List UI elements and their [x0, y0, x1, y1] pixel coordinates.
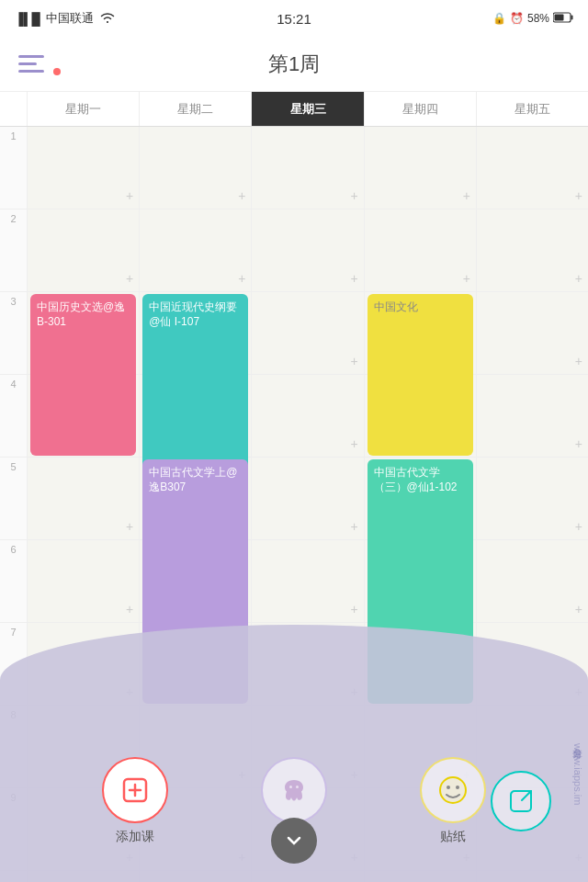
time-1: 1: [0, 127, 27, 209]
course-block-c4[interactable]: 中国文化: [368, 294, 473, 456]
battery-icon: [553, 12, 573, 26]
hour-cell-d0-s5[interactable]: [28, 540, 139, 623]
header: 第1周: [0, 37, 588, 92]
skin-icon: [261, 757, 327, 823]
day-tue[interactable]: 星期二: [140, 92, 252, 126]
svg-point-10: [456, 786, 459, 789]
course-block-c1[interactable]: 中国历史文选@逸B-301: [30, 294, 136, 456]
day-fri[interactable]: 星期五: [477, 92, 588, 126]
watermark: 分享自 www.iapps.im: [567, 737, 588, 808]
svg-point-7: [296, 786, 299, 788]
hour-cell-d2-s1[interactable]: [252, 209, 363, 292]
hour-cell-d0-s1[interactable]: [28, 209, 139, 292]
hour-cell-d0-s4[interactable]: [28, 458, 139, 540]
svg-point-8: [440, 777, 466, 803]
time-5: 5: [0, 458, 27, 540]
hour-cell-d2-s4[interactable]: [252, 458, 363, 540]
svg-rect-1: [571, 15, 573, 19]
day-header-row: 星期一 星期二 星期三 星期四 星期五: [0, 92, 588, 127]
day-thu[interactable]: 星期四: [365, 92, 477, 126]
hour-cell-d1-s0[interactable]: [140, 127, 251, 209]
alarm-icon: ⏰: [510, 12, 524, 25]
status-time: 15:21: [277, 11, 311, 27]
hour-cell-d4-s1[interactable]: [477, 209, 588, 292]
svg-point-6: [289, 786, 292, 788]
sticker-menu-item[interactable]: 贴纸: [420, 757, 486, 845]
add-course-label: 添加课: [116, 829, 154, 845]
hour-cell-d3-s0[interactable]: [365, 127, 476, 209]
signal-icon: ▐▌█: [15, 12, 40, 26]
hour-cell-d3-s1[interactable]: [365, 209, 476, 292]
time-6: 6: [0, 540, 27, 623]
hour-cell-d4-s3[interactable]: [477, 375, 588, 458]
status-left: ▐▌█ 中国联通: [15, 10, 116, 27]
sticker-label: 贴纸: [440, 829, 466, 845]
hour-cell-d4-s5[interactable]: [477, 540, 588, 623]
time-3: 3: [0, 292, 27, 375]
add-course-icon: [102, 757, 168, 823]
svg-point-9: [447, 786, 450, 789]
day-wed[interactable]: 星期三: [252, 92, 364, 126]
notification-dot: [53, 68, 61, 75]
bottom-overlay: 添加课 皮肤 贴纸: [0, 625, 588, 882]
wifi-icon: [99, 11, 116, 27]
time-2: 2: [0, 209, 27, 292]
menu-button[interactable]: [18, 55, 44, 73]
sticker-icon: [420, 757, 486, 823]
collapse-button[interactable]: [271, 818, 317, 864]
svg-rect-2: [555, 14, 564, 20]
hour-cell-d2-s5[interactable]: [252, 540, 363, 623]
hour-cell-d4-s0[interactable]: [477, 127, 588, 209]
svg-line-12: [522, 792, 530, 800]
hour-cell-d4-s2[interactable]: [477, 292, 588, 375]
hour-cell-d2-s2[interactable]: [252, 292, 363, 375]
status-right: 🔒 ⏰ 58%: [492, 12, 573, 26]
page-title: 第1周: [268, 51, 320, 78]
day-mon[interactable]: 星期一: [28, 92, 140, 126]
hour-cell-d4-s4[interactable]: [477, 458, 588, 540]
hour-cell-d1-s1[interactable]: [140, 209, 251, 292]
carrier-label: 中国联通: [46, 10, 94, 27]
hour-cell-d2-s3[interactable]: [252, 375, 363, 458]
lock-icon: 🔒: [492, 12, 506, 25]
time-4: 4: [0, 375, 27, 458]
status-bar: ▐▌█ 中国联通 15:21 🔒 ⏰ 58%: [0, 0, 588, 37]
add-course-menu-item[interactable]: 添加课: [102, 757, 168, 845]
hour-cell-d2-s0[interactable]: [252, 127, 363, 209]
time-col-header: [0, 92, 28, 126]
export-button[interactable]: [491, 771, 551, 831]
battery-label: 58%: [527, 12, 549, 25]
hour-cell-d0-s0[interactable]: [28, 127, 139, 209]
